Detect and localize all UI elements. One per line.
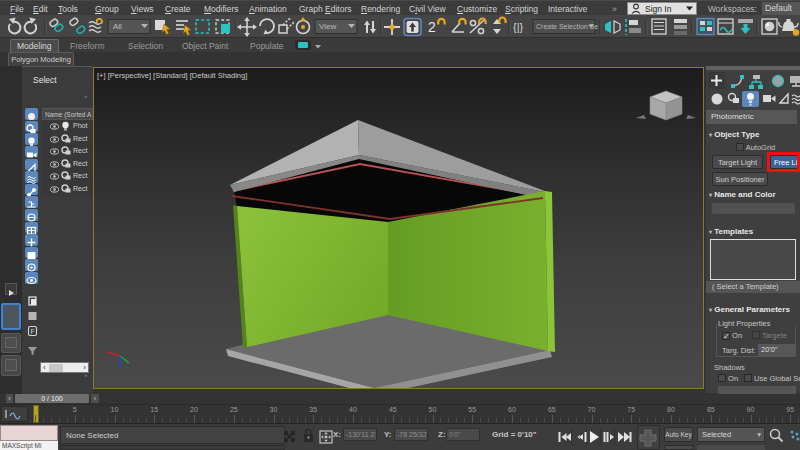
- svg-text:All: All: [113, 22, 122, 31]
- svg-text:View: View: [319, 22, 336, 31]
- svg-text:2: 2: [428, 19, 436, 35]
- svg-text:{|}: {|}: [513, 21, 524, 33]
- svg-text:F: F: [31, 327, 35, 334]
- svg-text:Create Selection Se: Create Selection Se: [536, 23, 598, 30]
